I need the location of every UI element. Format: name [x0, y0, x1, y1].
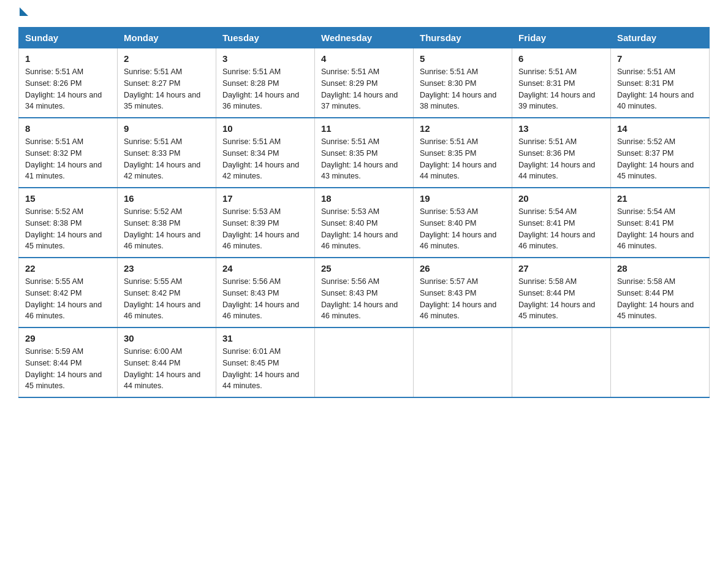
day-info: Sunrise: 5:58 AMSunset: 8:44 PMDaylight:…	[518, 276, 604, 322]
day-info: Sunrise: 5:51 AMSunset: 8:31 PMDaylight:…	[617, 66, 703, 112]
day-info: Sunrise: 5:51 AMSunset: 8:29 PMDaylight:…	[321, 66, 407, 112]
day-number: 21	[617, 193, 703, 204]
day-info: Sunrise: 5:51 AMSunset: 8:30 PMDaylight:…	[420, 66, 506, 112]
calendar-day-cell: 27Sunrise: 5:58 AMSunset: 8:44 PMDayligh…	[512, 258, 611, 327]
day-number: 16	[124, 193, 210, 204]
day-number: 3	[222, 53, 308, 64]
day-number: 15	[25, 193, 111, 204]
calendar-day-cell: 5Sunrise: 5:51 AMSunset: 8:30 PMDaylight…	[414, 48, 512, 118]
day-info: Sunrise: 5:51 AMSunset: 8:33 PMDaylight:…	[124, 136, 210, 182]
day-info: Sunrise: 5:51 AMSunset: 8:27 PMDaylight:…	[124, 66, 210, 112]
calendar-day-cell: 2Sunrise: 5:51 AMSunset: 8:27 PMDaylight…	[118, 48, 216, 118]
calendar-day-cell: 6Sunrise: 5:51 AMSunset: 8:31 PMDaylight…	[512, 48, 611, 118]
calendar-day-cell: 18Sunrise: 5:53 AMSunset: 8:40 PMDayligh…	[315, 188, 414, 258]
day-number: 27	[518, 263, 604, 274]
day-info: Sunrise: 5:52 AMSunset: 8:38 PMDaylight:…	[124, 206, 210, 252]
calendar-day-cell: 3Sunrise: 5:51 AMSunset: 8:28 PMDaylight…	[216, 48, 315, 118]
day-number: 19	[420, 193, 506, 204]
calendar-week-row: 29Sunrise: 5:59 AMSunset: 8:44 PMDayligh…	[19, 327, 710, 397]
day-number: 10	[222, 123, 308, 134]
day-info: Sunrise: 5:51 AMSunset: 8:35 PMDaylight:…	[321, 136, 407, 182]
calendar-header-cell: Saturday	[611, 28, 710, 48]
day-number: 13	[518, 123, 604, 134]
day-number: 22	[25, 263, 111, 274]
day-number: 8	[25, 123, 111, 134]
day-info: Sunrise: 5:51 AMSunset: 8:26 PMDaylight:…	[25, 66, 111, 112]
day-number: 25	[321, 263, 407, 274]
day-info: Sunrise: 5:54 AMSunset: 8:41 PMDaylight:…	[518, 206, 604, 252]
calendar-header-cell: Tuesday	[216, 28, 315, 48]
calendar-day-cell: 28Sunrise: 5:58 AMSunset: 8:44 PMDayligh…	[611, 258, 710, 327]
day-number: 6	[518, 53, 604, 64]
day-number: 11	[321, 123, 407, 134]
calendar-day-cell: 16Sunrise: 5:52 AMSunset: 8:38 PMDayligh…	[118, 188, 216, 258]
calendar-header-cell: Friday	[512, 28, 611, 48]
day-number: 2	[124, 53, 210, 64]
day-number: 18	[321, 193, 407, 204]
calendar-day-cell: 23Sunrise: 5:55 AMSunset: 8:42 PMDayligh…	[118, 258, 216, 327]
day-number: 31	[222, 333, 308, 343]
day-number: 20	[518, 193, 604, 204]
day-number: 28	[617, 263, 703, 274]
day-number: 30	[124, 333, 210, 343]
calendar-day-cell: 21Sunrise: 5:54 AMSunset: 8:41 PMDayligh…	[611, 188, 710, 258]
day-number: 26	[420, 263, 506, 274]
calendar-day-cell: 13Sunrise: 5:51 AMSunset: 8:36 PMDayligh…	[512, 118, 611, 188]
calendar-day-cell: 26Sunrise: 5:57 AMSunset: 8:43 PMDayligh…	[414, 258, 512, 327]
calendar-header-cell: Wednesday	[315, 28, 414, 48]
day-info: Sunrise: 5:58 AMSunset: 8:44 PMDaylight:…	[617, 276, 703, 322]
calendar-day-cell: 31Sunrise: 6:01 AMSunset: 8:45 PMDayligh…	[216, 327, 315, 397]
calendar-day-cell: 25Sunrise: 5:56 AMSunset: 8:43 PMDayligh…	[315, 258, 414, 327]
calendar-header-row: SundayMondayTuesdayWednesdayThursdayFrid…	[19, 28, 710, 48]
calendar-day-cell: 9Sunrise: 5:51 AMSunset: 8:33 PMDaylight…	[118, 118, 216, 188]
calendar-day-cell: 20Sunrise: 5:54 AMSunset: 8:41 PMDayligh…	[512, 188, 611, 258]
day-number: 17	[222, 193, 308, 204]
calendar-body: 1Sunrise: 5:51 AMSunset: 8:26 PMDaylight…	[19, 48, 710, 398]
calendar-week-row: 8Sunrise: 5:51 AMSunset: 8:32 PMDaylight…	[19, 118, 710, 188]
calendar-week-row: 22Sunrise: 5:55 AMSunset: 8:42 PMDayligh…	[19, 258, 710, 327]
day-info: Sunrise: 5:53 AMSunset: 8:40 PMDaylight:…	[420, 206, 506, 252]
page-header	[18, 12, 710, 16]
calendar-day-cell: 1Sunrise: 5:51 AMSunset: 8:26 PMDaylight…	[19, 48, 118, 118]
calendar-day-cell: 8Sunrise: 5:51 AMSunset: 8:32 PMDaylight…	[19, 118, 118, 188]
calendar-day-cell: 19Sunrise: 5:53 AMSunset: 8:40 PMDayligh…	[414, 188, 512, 258]
calendar-day-cell: 10Sunrise: 5:51 AMSunset: 8:34 PMDayligh…	[216, 118, 315, 188]
day-number: 23	[124, 263, 210, 274]
calendar-day-cell	[611, 327, 710, 397]
calendar-table: SundayMondayTuesdayWednesdayThursdayFrid…	[18, 27, 710, 398]
calendar-header-cell: Thursday	[414, 28, 512, 48]
day-info: Sunrise: 5:56 AMSunset: 8:43 PMDaylight:…	[222, 276, 308, 322]
day-number: 14	[617, 123, 703, 134]
day-info: Sunrise: 5:51 AMSunset: 8:34 PMDaylight:…	[222, 136, 308, 182]
day-number: 9	[124, 123, 210, 134]
day-info: Sunrise: 5:53 AMSunset: 8:39 PMDaylight:…	[222, 206, 308, 252]
day-info: Sunrise: 5:53 AMSunset: 8:40 PMDaylight:…	[321, 206, 407, 252]
calendar-day-cell	[414, 327, 512, 397]
calendar-day-cell: 17Sunrise: 5:53 AMSunset: 8:39 PMDayligh…	[216, 188, 315, 258]
day-number: 12	[420, 123, 506, 134]
day-info: Sunrise: 5:51 AMSunset: 8:35 PMDaylight:…	[420, 136, 506, 182]
day-info: Sunrise: 6:00 AMSunset: 8:44 PMDaylight:…	[124, 346, 210, 392]
calendar-day-cell	[512, 327, 611, 397]
calendar-header-cell: Monday	[118, 28, 216, 48]
calendar-day-cell: 4Sunrise: 5:51 AMSunset: 8:29 PMDaylight…	[315, 48, 414, 118]
calendar-day-cell: 30Sunrise: 6:00 AMSunset: 8:44 PMDayligh…	[118, 327, 216, 397]
calendar-week-row: 1Sunrise: 5:51 AMSunset: 8:26 PMDaylight…	[19, 48, 710, 118]
day-number: 5	[420, 53, 506, 64]
day-number: 29	[25, 333, 111, 343]
calendar-day-cell	[315, 327, 414, 397]
calendar-day-cell: 15Sunrise: 5:52 AMSunset: 8:38 PMDayligh…	[19, 188, 118, 258]
logo-triangle-icon	[20, 7, 28, 16]
day-info: Sunrise: 5:55 AMSunset: 8:42 PMDaylight:…	[25, 276, 111, 322]
day-info: Sunrise: 6:01 AMSunset: 8:45 PMDaylight:…	[222, 346, 308, 392]
day-number: 1	[25, 53, 111, 64]
day-number: 4	[321, 53, 407, 64]
day-info: Sunrise: 5:59 AMSunset: 8:44 PMDaylight:…	[25, 346, 111, 392]
calendar-week-row: 15Sunrise: 5:52 AMSunset: 8:38 PMDayligh…	[19, 188, 710, 258]
day-info: Sunrise: 5:51 AMSunset: 8:32 PMDaylight:…	[25, 136, 111, 182]
day-info: Sunrise: 5:51 AMSunset: 8:31 PMDaylight:…	[518, 66, 604, 112]
day-info: Sunrise: 5:52 AMSunset: 8:38 PMDaylight:…	[25, 206, 111, 252]
day-number: 7	[617, 53, 703, 64]
calendar-day-cell: 14Sunrise: 5:52 AMSunset: 8:37 PMDayligh…	[611, 118, 710, 188]
day-info: Sunrise: 5:52 AMSunset: 8:37 PMDaylight:…	[617, 136, 703, 182]
